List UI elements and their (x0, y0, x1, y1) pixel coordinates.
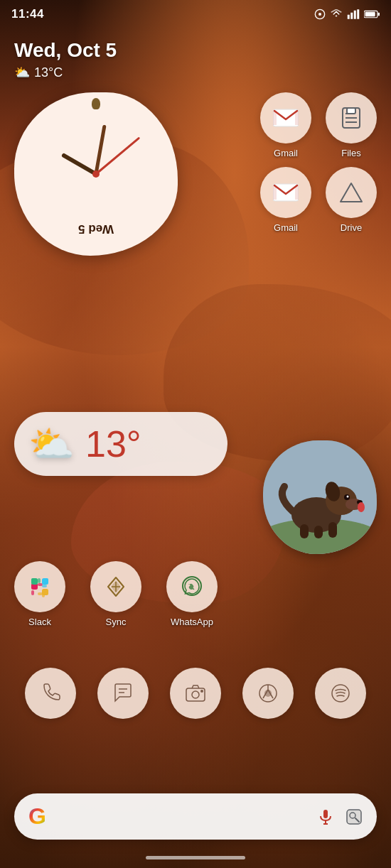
svg-rect-4 (354, 11, 356, 19)
spotify-icon (330, 683, 351, 704)
dock-chrome[interactable] (242, 668, 294, 719)
dock-camera[interactable] (170, 668, 221, 719)
clock-widget[interactable]: Wed 5 (14, 92, 178, 256)
dock-spotify[interactable] (315, 668, 366, 719)
svg-point-1 (318, 13, 321, 16)
svg-rect-7 (365, 12, 375, 16)
dock-icon-circle-camera (170, 668, 221, 719)
svg-rect-44 (38, 592, 43, 595)
app-files[interactable]: Files (326, 92, 377, 158)
app-label-gmail2: Gmail (274, 222, 298, 233)
status-icons (314, 9, 380, 20)
lens-icon[interactable] (346, 808, 363, 825)
gmail-icon-2 (273, 183, 299, 202)
top-right-app-grid: Gmail Files Gmail (260, 92, 377, 233)
svg-point-53 (200, 690, 203, 693)
svg-rect-33 (328, 522, 337, 538)
temperature-display: ⛅ 13°C (14, 65, 117, 80)
phone-icon (40, 683, 61, 704)
svg-rect-45 (42, 592, 45, 597)
app-gmail-2[interactable]: Gmail (260, 167, 311, 233)
svg-point-52 (192, 691, 199, 698)
dock-messages[interactable] (97, 668, 149, 719)
svg-rect-19 (295, 185, 299, 200)
svg-rect-8 (378, 13, 380, 16)
app-icon-circle-gmail1 (260, 92, 311, 143)
app-icon-circle-gmail2 (260, 167, 311, 218)
svg-rect-35 (31, 590, 34, 595)
signal-icon (347, 9, 360, 19)
status-bar: 11:44 (0, 0, 391, 28)
svg-rect-39 (45, 578, 48, 583)
chrome-icon (257, 683, 279, 704)
app-icon-circle-files (326, 92, 377, 143)
app-label-slack: Slack (28, 617, 51, 627)
home-indicator (146, 856, 245, 859)
svg-rect-41 (31, 578, 34, 583)
app-icon-circle-drive (326, 167, 377, 218)
app-label-gmail1: Gmail (274, 148, 298, 158)
time-display: 11:44 (11, 7, 44, 21)
dog-illustration (263, 440, 377, 554)
messages-icon (112, 683, 134, 704)
svg-rect-32 (314, 526, 323, 538)
app-sync[interactable]: Sync (90, 561, 141, 627)
svg-rect-36 (38, 583, 43, 586)
date-display: Wed, Oct 5 (14, 39, 117, 62)
google-logo: G (28, 803, 46, 830)
svg-rect-13 (347, 108, 355, 114)
google-search-bar[interactable]: G (14, 793, 377, 840)
wifi-icon (330, 9, 343, 19)
battery-icon (364, 10, 380, 18)
date-weather-widget: Wed, Oct 5 ⛅ 13°C (14, 39, 117, 80)
dog-image (263, 440, 377, 554)
svg-rect-42 (38, 578, 41, 583)
svg-rect-3 (350, 13, 353, 19)
svg-point-28 (358, 502, 365, 512)
app-slack[interactable]: Slack (14, 561, 65, 627)
svg-point-30 (347, 496, 349, 498)
svg-rect-10 (273, 111, 277, 125)
dock-icon-circle-messages (97, 668, 149, 719)
weather-icon-small: ⛅ (14, 65, 30, 80)
camera-icon (185, 683, 206, 704)
app-icon-circle-sync (90, 561, 141, 612)
dock-icon-circle-spotify (315, 668, 366, 719)
gmail-icon-1 (273, 108, 299, 128)
temp-value: 13°C (34, 65, 63, 80)
drive-icon (339, 182, 363, 203)
app-label-files: Files (341, 148, 360, 158)
dock-icon-circle-chrome (242, 668, 294, 719)
app-label-drive: Drive (341, 222, 362, 233)
clock-face (32, 110, 160, 238)
dock-icon-circle-phone (25, 668, 76, 719)
svg-rect-5 (357, 9, 359, 19)
app-drive[interactable]: Drive (326, 167, 377, 233)
svg-rect-18 (273, 185, 277, 200)
clock-hour-hand (61, 153, 97, 176)
svg-rect-60 (323, 810, 328, 818)
svg-rect-38 (42, 585, 47, 587)
files-icon (340, 107, 363, 129)
location-icon (314, 9, 326, 20)
dock-phone[interactable] (25, 668, 76, 719)
app-gmail-1[interactable]: Gmail (260, 92, 311, 158)
app-whatsapp[interactable]: WhatsApp (166, 561, 218, 627)
app-icon-circle-whatsapp (166, 561, 218, 612)
clock-center-dot (92, 170, 100, 178)
app-label-sync: Sync (106, 617, 127, 627)
weather-widget[interactable]: ⛅ 13° (14, 412, 227, 476)
bottom-apps-row: Slack Sync WhatsApp (14, 561, 218, 627)
clock-date-label: Wed 5 (78, 222, 114, 236)
svg-point-59 (332, 685, 349, 702)
clock-pin (92, 98, 100, 109)
svg-rect-31 (300, 524, 309, 538)
weather-icon-large: ⛅ (28, 423, 75, 466)
app-icon-circle-slack (14, 561, 65, 612)
svg-rect-11 (295, 111, 299, 125)
whatsapp-icon (180, 575, 204, 599)
dog-photo-widget[interactable] (263, 440, 377, 554)
sync-icon (104, 575, 128, 599)
dock (14, 668, 377, 719)
microphone-icon[interactable] (317, 808, 334, 825)
